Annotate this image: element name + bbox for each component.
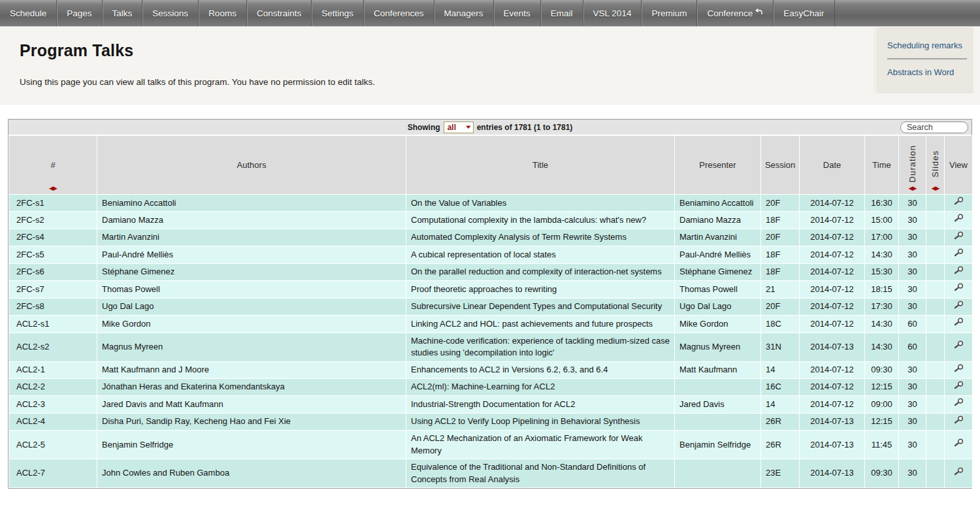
nav-tab-conference[interactable]: Conference <box>697 0 774 26</box>
column-label: Session <box>765 160 795 170</box>
nav-tab-easychair[interactable]: EasyChair <box>774 0 834 26</box>
nav-tab-label: Schedule <box>10 8 46 18</box>
num-cell: ACL2-3 <box>9 396 97 413</box>
view-cell <box>945 263 973 280</box>
view-cell <box>945 212 973 229</box>
magnifier-icon[interactable] <box>953 214 964 223</box>
session-cell: 31N <box>761 333 800 361</box>
entries-select-value: all <box>448 123 466 132</box>
nav-tab-settings[interactable]: Settings <box>312 0 364 26</box>
magnifier-icon[interactable] <box>953 283 964 292</box>
nav-tab-label: Premium <box>651 8 687 18</box>
date-cell: 2014-07-12 <box>800 195 865 212</box>
abstracts-in-word-link[interactable]: Abstracts in Word <box>887 63 973 81</box>
table-row: ACL2-2Jónathan Heras and Ekaterina Komen… <box>9 378 973 395</box>
search-input[interactable] <box>900 122 968 133</box>
magnifier-icon[interactable] <box>953 266 964 275</box>
table-row: 2FC-s2Damiano MazzaComputational complex… <box>9 212 973 229</box>
title-cell: Enhancements to ACL2 in Versions 6.2, 6.… <box>406 361 675 378</box>
sort-arrows-icon[interactable]: ◀▶ <box>9 186 97 191</box>
column-label: Slides <box>930 150 940 177</box>
date-cell: 2014-07-13 <box>800 431 865 459</box>
duration-cell: 30 <box>899 431 926 459</box>
authors-cell: Damiano Mazza <box>97 212 406 229</box>
title-cell: Equivalence of the Traditional and Non-S… <box>406 459 675 488</box>
session-cell: 20F <box>761 195 800 212</box>
session-cell: 20F <box>761 229 800 246</box>
nav-tab-label: Conference <box>707 8 753 18</box>
magnifier-icon[interactable] <box>953 340 964 350</box>
column-label: Date <box>823 160 841 170</box>
nav-tab-schedule[interactable]: Schedule <box>0 0 57 26</box>
authors-cell: Stéphane Gimenez <box>97 263 406 280</box>
magnifier-icon[interactable] <box>953 467 964 476</box>
magnifier-icon[interactable] <box>953 197 964 206</box>
view-cell <box>945 229 973 246</box>
magnifier-icon[interactable] <box>953 301 964 310</box>
session-cell: 14 <box>761 396 800 413</box>
nav-tab-constraints[interactable]: Constraints <box>247 0 312 26</box>
presenter-cell: Paul-André Melliès <box>675 246 761 263</box>
column-header-num[interactable]: #◀▶ <box>9 136 97 195</box>
magnifier-icon[interactable] <box>953 231 964 240</box>
nav-tab-sessions[interactable]: Sessions <box>142 0 199 26</box>
time-cell: 12:15 <box>865 378 899 395</box>
nav-tab-conferences[interactable]: Conferences <box>364 0 434 26</box>
duration-cell: 30 <box>899 378 926 395</box>
authors-cell: John Cowles and Ruben Gamboa <box>97 459 406 488</box>
nav-tab-pages[interactable]: Pages <box>57 0 102 26</box>
slides-cell <box>926 316 945 333</box>
nav-tab-talks[interactable]: Talks <box>103 0 143 26</box>
magnifier-icon[interactable] <box>953 364 964 373</box>
nav-tab-premium[interactable]: Premium <box>642 0 697 26</box>
authors-cell: Jared Davis and Matt Kaufmann <box>97 396 406 413</box>
nav-tab-events[interactable]: Events <box>494 0 541 26</box>
return-arrow-icon <box>753 8 763 18</box>
duration-cell: 30 <box>899 263 926 280</box>
scheduling-remarks-link[interactable]: Scheduling remarks <box>887 37 973 54</box>
title-cell: A cubical representation of local states <box>406 246 675 263</box>
nav-tab-managers[interactable]: Managers <box>434 0 494 26</box>
view-cell <box>945 431 973 459</box>
nav-tab-label: Pages <box>67 8 91 18</box>
nav-tab-email[interactable]: Email <box>541 0 583 26</box>
magnifier-icon[interactable] <box>953 438 964 448</box>
slides-cell <box>926 281 945 298</box>
num-cell: 2FC-s5 <box>9 246 97 263</box>
presenter-cell: Magnus Myreen <box>675 333 761 361</box>
magnifier-icon[interactable] <box>953 318 964 327</box>
duration-cell: 30 <box>899 195 926 212</box>
presenter-cell: Mike Gordon <box>675 316 761 333</box>
nav-tab-vsl-2014[interactable]: VSL 2014 <box>583 0 642 26</box>
slides-cell <box>926 378 945 395</box>
view-cell <box>945 316 973 333</box>
magnifier-icon[interactable] <box>953 248 964 257</box>
chevron-down-icon: ▼ <box>464 124 472 130</box>
nav-tab-rooms[interactable]: Rooms <box>199 0 247 26</box>
time-cell: 09:30 <box>865 459 899 488</box>
magnifier-icon[interactable] <box>953 416 964 425</box>
authors-cell: Martin Avanzini <box>97 229 406 246</box>
title-cell: Machine-code verification: experience of… <box>406 333 675 361</box>
session-cell: 21 <box>761 281 800 298</box>
date-cell: 2014-07-13 <box>800 413 865 430</box>
sort-arrows-icon[interactable]: ◀▶ <box>899 186 926 191</box>
column-header-slides[interactable]: Slides◀▶ <box>926 136 945 195</box>
authors-cell: Thomas Powell <box>97 281 406 298</box>
top-nav: SchedulePagesTalksSessionsRoomsConstrain… <box>0 0 980 27</box>
num-cell: 2FC-s1 <box>9 195 97 212</box>
magnifier-icon[interactable] <box>953 381 964 390</box>
num-cell: ACL2-1 <box>9 361 97 378</box>
column-header-date: Date <box>800 136 865 195</box>
title-cell: On the parallel reduction and complexity… <box>406 263 675 280</box>
authors-cell: Paul-André Melliès <box>97 246 406 263</box>
magnifier-icon[interactable] <box>953 398 964 407</box>
column-label: Duration <box>907 145 917 182</box>
view-cell <box>945 459 973 488</box>
date-cell: 2014-07-12 <box>800 229 865 246</box>
num-cell: ACL2-4 <box>9 413 97 430</box>
entries-per-page-select[interactable]: all ▼ <box>444 122 474 133</box>
date-cell: 2014-07-13 <box>800 333 865 361</box>
sort-arrows-icon[interactable]: ◀▶ <box>926 186 944 191</box>
column-header-duration[interactable]: Duration◀▶ <box>899 136 926 195</box>
